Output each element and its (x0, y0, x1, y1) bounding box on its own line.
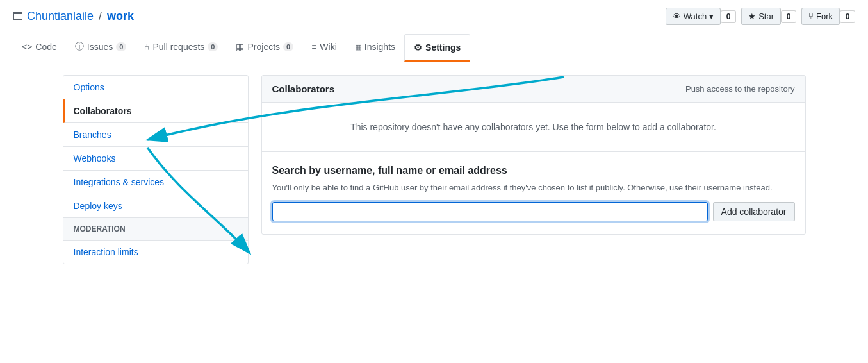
sidebar-item-deploy-keys[interactable]: Deploy keys (63, 194, 248, 218)
fork-button[interactable]: ⑂ Fork (801, 8, 840, 25)
search-title: Search by username, full name or email a… (272, 165, 795, 176)
pr-icon: ⑃ (144, 42, 149, 52)
repo-separator: / (99, 10, 102, 23)
sidebar-item-collaborators[interactable]: Collaborators (63, 99, 248, 123)
sidebar-item-branches[interactable]: Branches (63, 123, 248, 147)
tab-settings[interactable]: ⚙ Settings (404, 34, 470, 62)
collaborators-panel: Collaborators Push access to the reposit… (261, 75, 806, 235)
sidebar-item-webhooks[interactable]: Webhooks (63, 147, 248, 171)
panel-subtitle: Push access to the repository (685, 84, 795, 94)
issue-icon: ⓘ (75, 41, 84, 53)
tab-wiki[interactable]: ≡ Wiki (302, 34, 346, 61)
pr-badge: 0 (208, 42, 218, 51)
star-label: Star (758, 12, 774, 21)
fork-icon: ⑂ (808, 12, 814, 21)
tab-issues[interactable]: ⓘ Issues 0 (66, 33, 136, 62)
search-row: Add collaborator (272, 202, 795, 221)
repo-owner-link[interactable]: Chuntianlaile (27, 10, 94, 23)
watch-count: 0 (721, 10, 736, 23)
tab-pull-requests[interactable]: ⑃ Pull requests 0 (135, 34, 227, 61)
search-section: Search by username, full name or email a… (262, 152, 805, 234)
project-icon: ▦ (236, 42, 244, 52)
repo-icon: 🗔 (13, 11, 23, 22)
add-collaborator-button[interactable]: Add collaborator (713, 202, 795, 221)
star-button[interactable]: ★ Star (741, 8, 781, 25)
insights-icon: ▦ (355, 43, 361, 51)
search-input[interactable] (272, 202, 708, 221)
main-layout: Options Collaborators Branches Webhooks … (50, 62, 819, 277)
star-count: 0 (781, 10, 796, 23)
panel-title: Collaborators (272, 83, 335, 94)
chevron-down-icon: ▾ (709, 12, 714, 21)
search-description: You'll only be able to find a GitHub use… (272, 182, 795, 194)
projects-badge: 0 (283, 42, 293, 51)
fork-count: 0 (840, 10, 855, 23)
repo-header: 🗔 Chuntianlaile / work 👁 Watch ▾ 0 ★ Sta… (0, 0, 868, 33)
sidebar-item-integrations-services[interactable]: Integrations & services (63, 171, 248, 194)
empty-notice: This repository doesn't have any collabo… (262, 103, 805, 152)
tab-projects[interactable]: ▦ Projects 0 (227, 34, 302, 61)
repo-nav: <> Code ⓘ Issues 0 ⑃ Pull requests 0 ▦ P… (0, 33, 868, 62)
header-actions: 👁 Watch ▾ 0 ★ Star 0 ⑂ Fork 0 (666, 8, 855, 25)
repo-name-link[interactable]: work (107, 10, 134, 23)
eye-icon: 👁 (673, 12, 681, 21)
moderation-section-header: Moderation (63, 218, 248, 241)
watch-button[interactable]: 👁 Watch ▾ (666, 8, 721, 25)
gear-icon: ⚙ (414, 42, 422, 53)
repo-title: 🗔 Chuntianlaile / work (13, 10, 134, 23)
sidebar: Options Collaborators Branches Webhooks … (63, 75, 249, 264)
wiki-icon: ≡ (311, 42, 316, 52)
tab-insights[interactable]: ▦ Insights (346, 34, 404, 61)
fork-label: Fork (816, 12, 833, 21)
sidebar-item-options[interactable]: Options (63, 76, 248, 99)
star-icon: ★ (748, 12, 756, 21)
tab-code[interactable]: <> Code (13, 34, 66, 61)
panel-header: Collaborators Push access to the reposit… (262, 76, 805, 103)
code-icon: <> (22, 42, 32, 52)
watch-label: Watch (684, 12, 707, 21)
sidebar-item-interaction-limits[interactable]: Interaction limits (63, 241, 248, 264)
issues-badge: 0 (116, 42, 126, 51)
content-area: Collaborators Push access to the reposit… (261, 75, 806, 264)
